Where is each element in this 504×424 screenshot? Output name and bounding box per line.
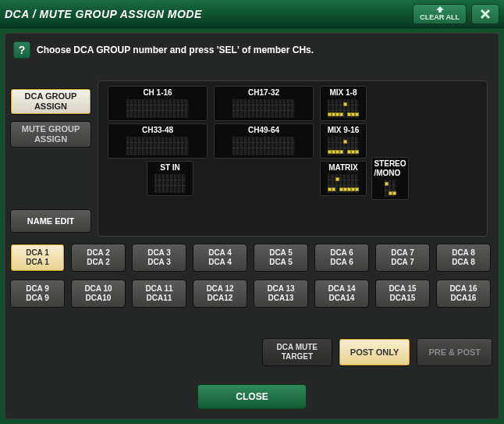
dca-button-6[interactable]: DCA 6DCA 6	[314, 244, 369, 272]
group-ch1-16[interactable]: CH 1-16	[108, 86, 208, 121]
group-ch17-32[interactable]: CH17-32	[214, 86, 314, 121]
close-icon	[480, 9, 491, 20]
dca-button-14[interactable]: DCA 14DCA14	[314, 280, 369, 308]
dca-group-assign-button[interactable]: DCA GROUP ASSIGN	[10, 88, 91, 115]
clear-all-button[interactable]: CLEAR ALL	[413, 4, 467, 24]
dca-button-5[interactable]: DCA 5DCA 5	[254, 244, 308, 272]
dca-button-8[interactable]: DCA 8DCA 8	[436, 244, 491, 272]
group-ch49-64[interactable]: CH49-64	[214, 123, 314, 159]
dca-mute-target-label: DCA MUTE TARGET	[262, 338, 332, 366]
close-button[interactable]: CLOSE	[197, 384, 307, 409]
channel-overview-panel: CH 1-16 CH17-32 MIX 1-8 CH33-48 CH49-64 …	[98, 80, 488, 237]
group-mix9-16[interactable]: MIX 9-16	[320, 123, 367, 159]
dca-button-10[interactable]: DCA 10DCA10	[71, 280, 126, 308]
dca-button-grid: DCA 1DCA 1DCA 2DCA 2DCA 3DCA 3DCA 4DCA 4…	[10, 244, 494, 315]
window-title: DCA / MUTE GROUP ASSIGN MODE	[5, 8, 202, 20]
group-mix1-8[interactable]: MIX 1-8	[320, 86, 367, 121]
clear-up-icon	[435, 6, 445, 12]
dca-button-7[interactable]: DCA 7DCA 7	[375, 244, 430, 272]
instruction-text: Choose DCA GROUP number and press 'SEL' …	[37, 45, 314, 55]
name-edit-button[interactable]: NAME EDIT	[10, 209, 91, 233]
dca-button-11[interactable]: DCA 11DCA11	[132, 280, 186, 308]
dca-button-3[interactable]: DCA 3DCA 3	[132, 244, 186, 272]
dca-button-4[interactable]: DCA 4DCA 4	[193, 244, 247, 272]
mute-group-assign-button[interactable]: MUTE GROUP ASSIGN	[10, 121, 91, 148]
help-icon: ?	[13, 41, 30, 59]
dca-button-1[interactable]: DCA 1DCA 1	[10, 244, 65, 272]
dca-button-9[interactable]: DCA 9DCA 9	[10, 280, 65, 308]
dca-button-15[interactable]: DCA 15DCA15	[375, 280, 430, 308]
group-matrix[interactable]: MATRIX	[320, 161, 367, 196]
dca-button-2[interactable]: DCA 2DCA 2	[71, 244, 126, 272]
post-only-button[interactable]: POST ONLY	[339, 338, 411, 366]
group-st-in[interactable]: ST IN	[147, 161, 193, 196]
dca-button-13[interactable]: DCA 13DCA13	[254, 280, 308, 308]
pre-and-post-button[interactable]: PRE & POST	[417, 338, 492, 366]
group-stereo-mono[interactable]: STEREO /MONO	[371, 157, 409, 200]
dca-button-16[interactable]: DCA 16DCA16	[436, 280, 491, 308]
dca-button-12[interactable]: DCA 12DCA12	[193, 280, 247, 308]
svg-marker-0	[436, 6, 444, 12]
close-window-button[interactable]	[471, 4, 499, 24]
group-ch33-48[interactable]: CH33-48	[108, 123, 208, 159]
